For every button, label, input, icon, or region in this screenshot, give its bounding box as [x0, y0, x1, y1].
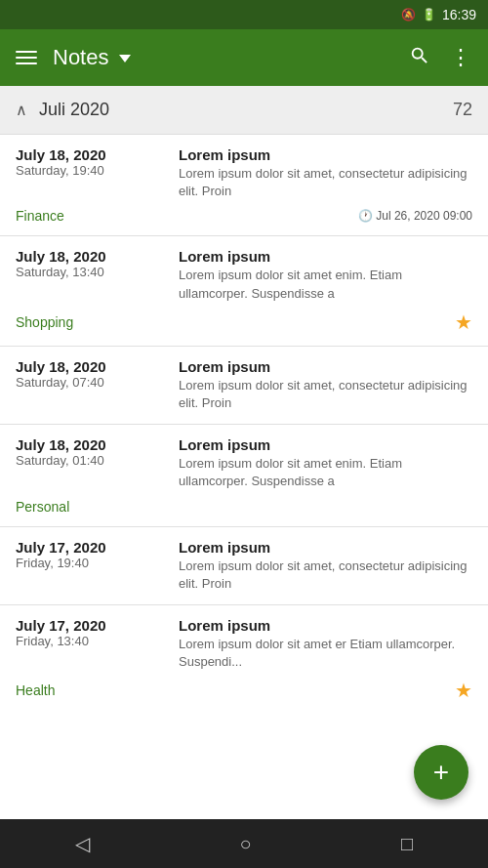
note-content-section: Lorem ipsum Lorem ipsum dolor sit amet e…	[179, 248, 472, 302]
note-content-section: Lorem ipsum Lorem ipsum dolor sit amet e…	[179, 617, 472, 671]
app-title-text: Notes	[53, 45, 108, 69]
note-top: July 17, 2020 Friday, 19:40 Lorem ipsum …	[16, 539, 472, 593]
recents-button[interactable]: □	[401, 833, 413, 855]
home-button[interactable]: ○	[239, 833, 251, 855]
note-date-section: July 18, 2020 Saturday, 19:40	[16, 146, 167, 178]
note-alarm: 🕐 Jul 26, 2020 09:00	[358, 209, 472, 223]
note-title: Lorem ipsum	[179, 617, 472, 634]
note-top: July 18, 2020 Saturday, 13:40 Lorem ipsu…	[16, 248, 472, 302]
note-footer: Shopping★	[16, 310, 472, 334]
note-date-section: July 18, 2020 Saturday, 13:40	[16, 248, 167, 279]
note-day-time: Saturday, 19:40	[16, 163, 167, 178]
month-title: Juli 2020	[39, 100, 453, 120]
note-date: July 17, 2020	[16, 617, 167, 634]
note-item[interactable]: July 18, 2020 Saturday, 13:40 Lorem ipsu…	[0, 236, 488, 346]
month-count: 72	[453, 100, 472, 120]
note-title: Lorem ipsum	[179, 539, 472, 556]
status-time: 16:39	[442, 7, 476, 22]
note-day-time: Saturday, 13:40	[16, 265, 167, 279]
more-options-button[interactable]: ⋮	[450, 45, 472, 70]
note-day-time: Friday, 13:40	[16, 634, 167, 648]
note-title: Lorem ipsum	[179, 436, 472, 453]
note-item[interactable]: July 18, 2020 Saturday, 19:40 Lorem ipsu…	[0, 135, 488, 236]
notes-list: July 18, 2020 Saturday, 19:40 Lorem ipsu…	[0, 135, 488, 819]
note-item[interactable]: July 18, 2020 Saturday, 07:40 Lorem ipsu…	[0, 347, 488, 425]
note-content-section: Lorem ipsum Lorem ipsum dolor sit amet, …	[179, 539, 472, 593]
add-note-fab[interactable]: +	[414, 745, 468, 800]
status-icons: 🔕 🔋 16:39	[401, 7, 476, 22]
note-tag: Health	[16, 682, 55, 698]
hamburger-line-3	[16, 62, 37, 64]
note-day-time: Saturday, 01:40	[16, 453, 167, 468]
note-content-section: Lorem ipsum Lorem ipsum dolor sit amet, …	[179, 146, 472, 200]
note-preview: Lorem ipsum dolor sit amet, consectetur …	[179, 377, 472, 412]
note-item[interactable]: July 17, 2020 Friday, 13:40 Lorem ipsum …	[0, 605, 488, 714]
note-title: Lorem ipsum	[179, 146, 472, 163]
note-day-time: Saturday, 07:40	[16, 375, 167, 390]
note-item[interactable]: July 18, 2020 Saturday, 01:40 Lorem ipsu…	[0, 425, 488, 526]
note-tag: Personal	[16, 499, 69, 515]
note-tag: Shopping	[16, 314, 73, 330]
note-date-section: July 17, 2020 Friday, 13:40	[16, 617, 167, 648]
hamburger-line-2	[16, 57, 37, 59]
menu-button[interactable]	[16, 51, 37, 64]
note-date-section: July 18, 2020 Saturday, 01:40	[16, 436, 167, 468]
note-top: July 18, 2020 Saturday, 07:40 Lorem ipsu…	[16, 358, 472, 412]
note-date: July 18, 2020	[16, 146, 167, 163]
note-top: July 18, 2020 Saturday, 01:40 Lorem ipsu…	[16, 436, 472, 490]
note-preview: Lorem ipsum dolor sit amet, consectetur …	[179, 165, 472, 200]
note-footer: Personal	[16, 499, 472, 515]
month-header[interactable]: ∧ Juli 2020 72	[0, 86, 488, 135]
note-top: July 18, 2020 Saturday, 19:40 Lorem ipsu…	[16, 146, 472, 200]
note-preview: Lorem ipsum dolor sit amet enim. Etiam u…	[179, 455, 472, 490]
note-date-section: July 17, 2020 Friday, 19:40	[16, 539, 167, 570]
note-preview: Lorem ipsum dolor sit amet enim. Etiam u…	[179, 267, 472, 302]
bottom-navigation-bar: ◁ ○ □	[0, 819, 488, 868]
note-footer: Health★	[16, 679, 472, 702]
note-date-section: July 18, 2020 Saturday, 07:40	[16, 358, 167, 390]
status-bar: 🔕 🔋 16:39	[0, 0, 488, 29]
app-title: Notes	[53, 45, 393, 70]
note-item[interactable]: July 17, 2020 Friday, 19:40 Lorem ipsum …	[0, 527, 488, 605]
search-button[interactable]	[409, 45, 430, 71]
title-indicator	[119, 55, 131, 62]
note-date: July 18, 2020	[16, 358, 167, 375]
notification-icon: 🔕	[401, 8, 416, 21]
note-content-section: Lorem ipsum Lorem ipsum dolor sit amet, …	[179, 358, 472, 412]
note-date: July 18, 2020	[16, 436, 167, 453]
note-preview: Lorem ipsum dolor sit amet, consectetur …	[179, 558, 472, 593]
app-bar: Notes ⋮	[0, 29, 488, 86]
app-bar-actions: ⋮	[409, 45, 472, 71]
note-date: July 17, 2020	[16, 539, 167, 556]
note-day-time: Friday, 19:40	[16, 556, 167, 570]
note-tag: Finance	[16, 208, 64, 224]
note-top: July 17, 2020 Friday, 13:40 Lorem ipsum …	[16, 617, 472, 671]
note-title: Lorem ipsum	[179, 248, 472, 265]
back-button[interactable]: ◁	[75, 832, 90, 855]
note-date: July 18, 2020	[16, 248, 167, 265]
battery-icon: 🔋	[422, 8, 436, 21]
note-preview: Lorem ipsum dolor sit amet er Etiam ulla…	[179, 636, 472, 671]
note-footer: Finance🕐 Jul 26, 2020 09:00	[16, 208, 472, 224]
note-content-section: Lorem ipsum Lorem ipsum dolor sit amet e…	[179, 436, 472, 490]
note-star-icon: ★	[455, 310, 472, 334]
hamburger-line-1	[16, 51, 37, 53]
note-star-icon: ★	[455, 679, 472, 702]
month-collapse-icon[interactable]: ∧	[16, 101, 27, 119]
note-title: Lorem ipsum	[179, 358, 472, 375]
